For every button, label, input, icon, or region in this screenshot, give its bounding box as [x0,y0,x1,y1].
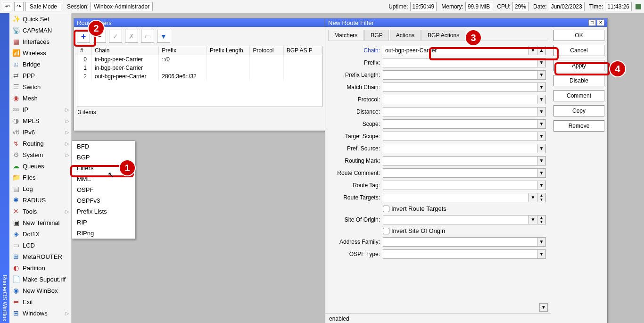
sidebar-item-dot1x[interactable]: ◈Dot1X [9,228,71,240]
table-row[interactable]: 2out-bgp-peer-Carrier2806:3e6::/32 [77,72,322,81]
ok-button[interactable]: OK [553,30,604,41]
sidebar-item-radius[interactable]: ✱RADIUS [9,194,71,206]
sidebar-item-windows[interactable]: ⊞Windows▷ [9,307,71,319]
apply-button[interactable]: Apply [553,60,604,71]
distance-input[interactable] [383,107,537,116]
sidebar-item-mesh[interactable]: ◉Mesh [9,92,71,104]
submenu-item-ospf[interactable]: OSPF [72,184,135,195]
chain-input[interactable] [383,46,529,55]
sidebar-item-ppp[interactable]: ⇄PPP [9,70,71,81]
table-row[interactable]: 1in-bgp-peer-Carrier [77,64,322,72]
match-chain-input[interactable] [383,83,537,92]
address-family-input[interactable] [383,237,537,247]
submenu-item-prefix-lists[interactable]: Prefix Lists [72,206,135,217]
tab-bgp[interactable]: BGP [364,30,388,41]
pref-source-input[interactable] [383,144,537,153]
sidebar-item-bridge[interactable]: ⎌Bridge [9,58,71,70]
tab-matchers[interactable]: Matchers [328,30,363,41]
sidebar-item-routing[interactable]: ↯Routing▷ [9,138,71,149]
route-filters-table[interactable]: #ChainPrefixPrefix LengthProtocolBGP AS … [77,46,322,107]
route-targets-spinner[interactable]: ▲▼ [537,193,546,202]
redo-button[interactable]: ↷ [14,2,24,11]
route-comment-input[interactable] [383,168,537,178]
route-targets-input[interactable] [383,193,529,202]
sidebar-item-lcd[interactable]: ▭LCD [9,240,71,251]
sidebar-item-new-winbox[interactable]: ◉New WinBox [9,285,71,296]
prefix-dropdown-button[interactable]: ▼ [537,58,546,67]
scroll-down-button[interactable]: ▼ [539,303,548,312]
sidebar-item-wireless[interactable]: 📶Wireless [9,47,71,58]
match-chain-dropdown-button[interactable]: ▼ [537,83,546,92]
route-filters-titlebar[interactable]: Route Filters [74,18,325,27]
chain-dropdown-button[interactable]: ▼ [529,46,537,55]
route-comment-dropdown-button[interactable]: ▼ [537,168,546,178]
protocol-input[interactable] [383,95,537,104]
submenu-item-bfd[interactable]: BFD [72,141,135,152]
sidebar-item-tools[interactable]: ✕Tools▷ [9,206,71,217]
protocol-dropdown-button[interactable]: ▼ [537,95,546,104]
site-of-origin-input[interactable] [383,215,529,224]
disable-button[interactable]: Disable [553,75,604,86]
routing-mark-input[interactable] [383,156,537,166]
copy-button[interactable]: Copy [553,105,604,116]
enable-button[interactable]: ✓ [109,30,122,43]
comment-button[interactable]: Comment [553,90,604,101]
sidebar-item-exit[interactable]: ⬅Exit [9,296,71,307]
sidebar-item-metarouter[interactable]: ⊞MetaROUTER [9,251,71,262]
sidebar-item-log[interactable]: ▤Log [9,183,71,194]
route-tag-dropdown-button[interactable]: ▼ [537,181,546,190]
scope-dropdown-button[interactable]: ▼ [537,119,546,129]
remove-button[interactable]: Remove [553,120,604,132]
sidebar-item-ipv6[interactable]: v6IPv6▷ [9,126,71,138]
disable-button[interactable]: ✗ [125,30,138,43]
target-scope-input[interactable] [383,132,537,141]
new-filter-titlebar[interactable]: New Route Filter □ ✕ [325,18,607,27]
address-family-dropdown-button[interactable]: ▼ [537,237,546,247]
cancel-button[interactable]: Cancel [553,45,604,56]
window-close-button[interactable]: ✕ [597,19,604,26]
sidebar-item-new-terminal[interactable]: ▣New Terminal [9,217,71,228]
prefix-input[interactable] [383,58,537,67]
sidebar-item-interfaces[interactable]: ▦Interfaces [9,36,71,47]
site-of-origin-dropdown-button[interactable]: ▼ [529,215,537,224]
sidebar-item-quick-set[interactable]: ✨Quick Set [9,13,71,25]
sidebar-item-make-supout-rif[interactable]: 📄Make Supout.rif [9,273,71,285]
ospf-type-dropdown-button[interactable]: ▼ [537,249,546,259]
site-of-origin-spinner[interactable]: ▲▼ [537,215,546,224]
submenu-item-rip[interactable]: RIP [72,217,135,228]
sidebar-item-system[interactable]: ⚙System▷ [9,149,71,160]
route-targets-dropdown-button[interactable]: ▼ [529,193,537,202]
tab-bgp-actions[interactable]: BGP Actions [421,30,465,41]
safe-mode-button[interactable]: Safe Mode [25,2,61,11]
filter-button[interactable]: ▼ [157,30,170,43]
table-header[interactable]: Prefix [159,46,207,55]
comment-button[interactable]: ▭ [141,30,154,43]
table-header[interactable]: Chain [92,46,159,55]
pref-source-dropdown-button[interactable]: ▼ [537,144,546,153]
table-header[interactable]: # [77,46,92,55]
sidebar-item-capsman[interactable]: 📡CAPsMAN [9,25,71,36]
prefix-length-input[interactable] [383,70,537,80]
sidebar-item-partition[interactable]: ◐Partition [9,262,71,273]
sidebar-item-mpls[interactable]: ◑MPLS▷ [9,115,71,126]
scope-input[interactable] [383,119,537,129]
invert-route-targets-checkbox[interactable] [383,206,389,212]
sidebar-item-switch[interactable]: ☰Switch [9,81,71,92]
ospf-type-input[interactable] [383,249,537,259]
table-header[interactable]: Protocol [250,46,283,55]
routing-mark-dropdown-button[interactable]: ▼ [537,156,546,166]
route-tag-input[interactable] [383,181,537,190]
submenu-item-ripng[interactable]: RIPng [72,228,135,239]
chain-up-button[interactable]: ▲ [537,46,546,55]
sidebar-item-queues[interactable]: ☁Queues [9,160,71,172]
submenu-item-ospfv3[interactable]: OSPFv3 [72,195,135,206]
sidebar-item-ip[interactable]: 255IP▷ [9,104,71,115]
sidebar-item-files[interactable]: 📁Files [9,172,71,183]
undo-button[interactable]: ↶ [3,2,12,11]
distance-dropdown-button[interactable]: ▼ [537,107,546,116]
table-row[interactable]: 0in-bgp-peer-Carrier::/0 [77,55,322,64]
tab-actions[interactable]: Actions [390,30,421,41]
target-scope-dropdown-button[interactable]: ▼ [537,132,546,141]
table-header[interactable]: BGP AS P [283,46,322,55]
prefix-length-dropdown-button[interactable]: ▼ [537,70,546,80]
